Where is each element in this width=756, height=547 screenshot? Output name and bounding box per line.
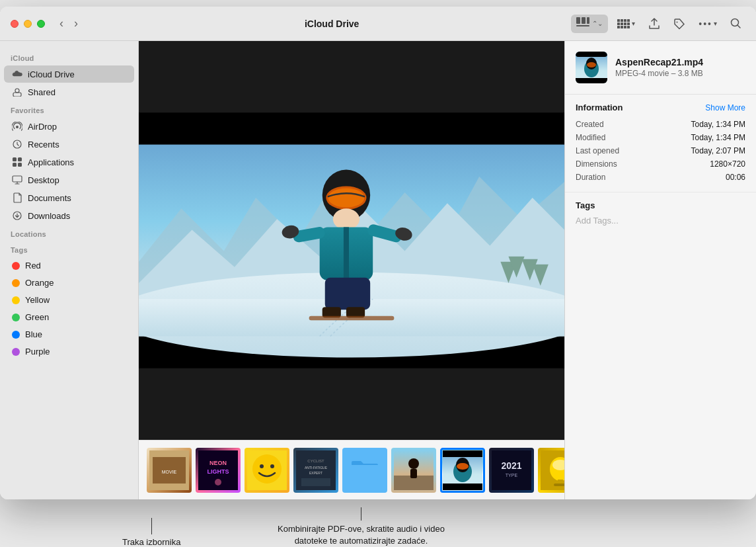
- thumbnail-1[interactable]: MOVIE: [147, 448, 192, 493]
- tag-button[interactable]: [669, 15, 689, 32]
- gallery-view-button[interactable]: ⌃⌄: [571, 15, 608, 33]
- tag-dot-yellow: [12, 296, 20, 304]
- tag-label-purple: Purple: [25, 347, 50, 357]
- sidebar-item-label-applications: Applications: [28, 157, 74, 167]
- sidebar-item-tag-blue[interactable]: Blue: [4, 326, 134, 343]
- svg-point-62: [270, 464, 274, 468]
- svg-rect-23: [13, 163, 17, 167]
- thumbnail-3[interactable]: [245, 448, 289, 493]
- svg-text:NEON: NEON: [209, 460, 227, 466]
- svg-rect-8: [617, 22, 620, 25]
- sidebar-section-locations: Locations: [0, 225, 138, 241]
- tag-dot-blue: [12, 331, 20, 339]
- svg-point-41: [333, 208, 359, 230]
- title-bar: ‹ › iCloud Drive ⌃⌄: [0, 7, 756, 41]
- sidebar-item-icloud-drive[interactable]: iCloud Drive: [4, 65, 134, 83]
- thumbnail-9[interactable]: [538, 448, 564, 493]
- forward-button[interactable]: ›: [70, 14, 82, 33]
- add-tags-field[interactable]: Add Tags...: [576, 216, 745, 226]
- thumbnail-8[interactable]: 2021 TYPE: [489, 448, 534, 493]
- sidebar-item-documents[interactable]: Documents: [4, 189, 134, 206]
- share-button[interactable]: [644, 15, 664, 32]
- file-type: MPEG-4 movie – 3.8 MB: [615, 69, 745, 78]
- show-more-button[interactable]: Show More: [705, 103, 745, 112]
- toolbar-right: ⌃⌄ ▾: [571, 15, 745, 33]
- svg-text:MOVIE: MOVIE: [162, 470, 177, 474]
- svg-text:ANTI-FATIGUE: ANTI-FATIGUE: [305, 466, 328, 470]
- svg-point-19: [15, 89, 19, 93]
- sidebar-item-tag-orange[interactable]: Orange: [4, 274, 134, 291]
- desktop-icon: [12, 175, 22, 185]
- thumbnail-6[interactable]: [391, 448, 436, 493]
- chevron-down-icon: ▾: [632, 20, 635, 27]
- chevron-up-down-icon: ⌃⌄: [592, 20, 603, 27]
- svg-rect-25: [13, 176, 22, 182]
- tag-dot-purple: [12, 348, 20, 356]
- file-header: AspenRecap21.mp4 MPEG-4 movie – 3.8 MB: [565, 41, 756, 95]
- file-name: AspenRecap21.mp4: [615, 57, 745, 67]
- minimize-button[interactable]: [24, 20, 32, 28]
- view-options-button[interactable]: ▾: [613, 16, 639, 32]
- modified-label: Modified: [576, 133, 605, 142]
- dimensions-row: Dimensions 1280×720: [576, 157, 745, 171]
- chevron-down-icon2: ▾: [714, 20, 717, 27]
- sidebar: iCloud iCloud Drive Shared: [0, 41, 139, 499]
- svg-rect-67: [301, 478, 330, 486]
- more-options-button[interactable]: ••• ▾: [695, 16, 721, 32]
- recents-icon: [12, 139, 22, 149]
- svg-point-70: [408, 458, 419, 469]
- svg-rect-2: [587, 17, 589, 24]
- created-value: Today, 1:34 PM: [691, 120, 746, 129]
- toolbar-annotation-text: Traka izbornika: [122, 537, 180, 547]
- tags-title: Tags: [576, 200, 745, 210]
- sidebar-item-recents[interactable]: Recents: [4, 136, 134, 153]
- svg-text:TYPE: TYPE: [506, 473, 518, 478]
- gallery-view-icon: [576, 17, 589, 30]
- sidebar-item-tag-green[interactable]: Green: [4, 309, 134, 325]
- svg-rect-73: [443, 450, 482, 457]
- duration-value: 00:06: [726, 173, 745, 182]
- thumbnail-4[interactable]: CYCLIST ANTI-FATIGUE EXPERT: [293, 448, 338, 493]
- svg-rect-11: [627, 22, 630, 25]
- last-opened-label: Last opened: [576, 146, 619, 155]
- svg-rect-13: [621, 26, 623, 28]
- sidebar-item-applications[interactable]: Applications: [4, 153, 134, 171]
- tag-label-blue: Blue: [25, 329, 42, 339]
- downloads-icon: [12, 210, 22, 221]
- sidebar-item-tag-purple[interactable]: Purple: [4, 343, 134, 360]
- thumbnail-7[interactable]: [440, 448, 485, 493]
- close-button[interactable]: [11, 20, 19, 28]
- sidebar-section-favorites: Favorites: [0, 101, 138, 117]
- svg-rect-43: [344, 227, 349, 280]
- sidebar-item-desktop[interactable]: Desktop: [4, 171, 134, 189]
- thumbnail-2[interactable]: NEON LIGHTS: [196, 448, 241, 493]
- back-button[interactable]: ‹: [56, 14, 67, 33]
- sidebar-item-tag-red[interactable]: Red: [4, 257, 134, 274]
- last-opened-value: Today, 2:07 PM: [691, 146, 746, 155]
- sidebar-item-label-airdrop: AirDrop: [28, 122, 57, 132]
- svg-rect-0: [576, 17, 580, 24]
- tag-label-yellow: Yellow: [25, 295, 50, 305]
- sidebar-section-tags: Tags: [0, 241, 138, 257]
- sidebar-item-airdrop[interactable]: AirDrop: [4, 118, 134, 135]
- tag-dot-green: [12, 314, 20, 321]
- svg-rect-90: [576, 52, 607, 57]
- search-button[interactable]: [726, 15, 745, 32]
- thumbnail-5[interactable]: [342, 448, 387, 493]
- svg-point-58: [215, 479, 221, 485]
- svg-rect-7: [627, 19, 630, 22]
- svg-rect-91: [576, 78, 607, 83]
- svg-rect-27: [139, 112, 564, 144]
- fullscreen-button[interactable]: [37, 20, 45, 28]
- created-label: Created: [576, 120, 604, 129]
- svg-rect-51: [309, 316, 395, 320]
- svg-rect-84: [558, 480, 563, 484]
- nav-buttons: ‹ ›: [56, 14, 82, 33]
- window-title: iCloud Drive: [93, 19, 571, 29]
- svg-rect-48: [325, 278, 370, 310]
- sidebar-item-tag-yellow[interactable]: Yellow: [4, 292, 134, 308]
- svg-rect-10: [624, 22, 626, 25]
- sidebar-item-shared[interactable]: Shared: [4, 83, 134, 101]
- sidebar-item-downloads[interactable]: Downloads: [4, 207, 134, 224]
- file-info: AspenRecap21.mp4 MPEG-4 movie – 3.8 MB: [615, 57, 745, 78]
